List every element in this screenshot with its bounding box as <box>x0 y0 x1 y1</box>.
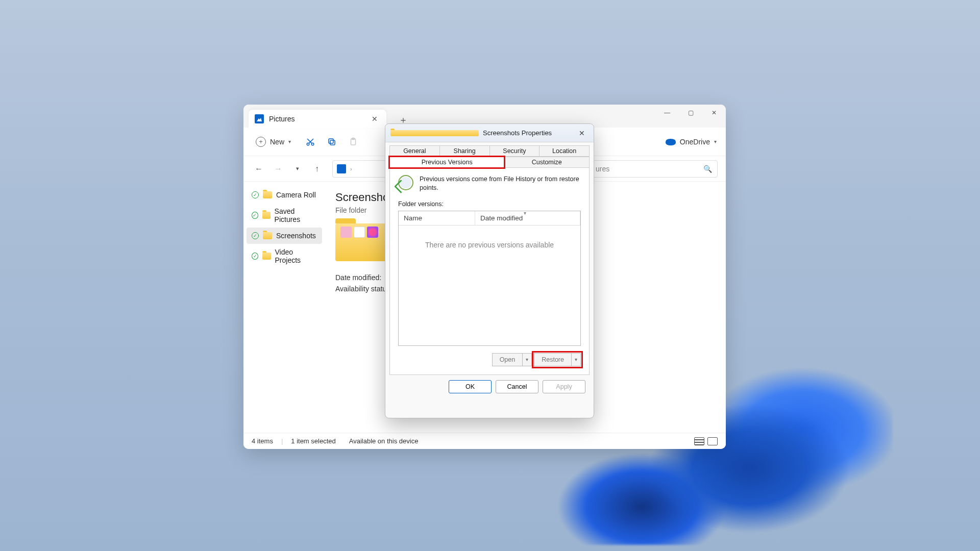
versions-listbox[interactable]: ▾ Name Date modified There are no previo… <box>398 211 581 346</box>
sidebar-item-label: Video Projects <box>275 248 317 264</box>
restore-split-button[interactable]: Restore <box>534 353 581 366</box>
dialog-titlebar[interactable]: Screenshots Properties ✕ <box>385 124 594 142</box>
sort-indicator-icon: ▾ <box>524 210 526 216</box>
minimize-button[interactable]: — <box>655 105 679 121</box>
properties-dialog: Screenshots Properties ✕ General Sharing… <box>385 123 594 418</box>
thumb <box>354 227 365 238</box>
forward-button[interactable]: → <box>271 162 285 176</box>
list-header: Name Date modified <box>399 211 580 226</box>
folder-icon <box>263 191 272 198</box>
new-label: New <box>270 138 284 146</box>
window-close-button[interactable]: ✕ <box>702 105 726 121</box>
empty-message: There are no previous versions available <box>399 226 580 345</box>
onedrive-label: OneDrive <box>680 138 710 146</box>
sidebar-item-label: Screenshots <box>276 232 316 240</box>
sidebar-item-saved-pictures[interactable]: ✓ Saved Pictures <box>243 203 325 228</box>
search-icon: 🔍 <box>703 165 712 173</box>
restore-button[interactable]: Restore <box>534 353 572 366</box>
apply-button[interactable]: Apply <box>543 380 585 393</box>
tab-previous-versions[interactable]: Previous Versions <box>389 157 504 168</box>
thumb <box>340 227 352 238</box>
window-tab-pictures[interactable]: Pictures ✕ <box>249 110 386 128</box>
tab-panel-previous-versions: Previous versions come from File History… <box>389 168 590 375</box>
open-button[interactable]: Open <box>492 353 523 366</box>
onedrive-button[interactable]: OneDrive ▾ <box>666 138 717 146</box>
ok-button[interactable]: OK <box>449 380 492 393</box>
status-selected: 1 item selected <box>291 437 335 445</box>
folder-thumbnail <box>335 223 386 261</box>
sync-check-icon: ✓ <box>252 232 259 239</box>
sidebar: ✓ Camera Roll ✓ Saved Pictures ✓ Screens… <box>243 182 325 433</box>
tab-sharing[interactable]: Sharing <box>439 145 490 157</box>
status-items: 4 items <box>252 437 273 445</box>
folder-icon <box>262 253 271 260</box>
dialog-close-button[interactable]: ✕ <box>575 128 589 139</box>
tab-security[interactable]: Security <box>489 145 540 157</box>
recent-dropdown[interactable]: ▾ <box>290 162 305 176</box>
back-button[interactable]: ← <box>252 162 266 176</box>
open-split-button[interactable]: Open <box>492 353 532 366</box>
history-clock-icon <box>398 175 413 190</box>
up-button[interactable]: ↑ <box>310 162 324 176</box>
view-grid-button[interactable] <box>707 437 718 445</box>
sidebar-item-camera-roll[interactable]: ✓ Camera Roll <box>243 187 325 203</box>
statusbar: 4 items | 1 item selected Available on t… <box>243 433 726 449</box>
svg-rect-2 <box>330 140 335 145</box>
new-button[interactable]: + New ▾ <box>253 135 294 149</box>
search-input[interactable]: ures 🔍 <box>590 160 718 178</box>
column-date[interactable]: Date modified <box>475 211 580 225</box>
folder-icon <box>390 130 479 136</box>
dialog-title: Screenshots Properties <box>483 129 571 137</box>
sync-check-icon: ✓ <box>252 212 258 219</box>
column-name[interactable]: Name <box>399 211 475 225</box>
view-list-button[interactable] <box>694 437 704 445</box>
tab-general[interactable]: General <box>389 145 440 157</box>
breadcrumb-separator: › <box>350 166 352 172</box>
tab-location[interactable]: Location <box>539 145 590 157</box>
svg-point-1 <box>311 143 314 145</box>
sidebar-item-screenshots[interactable]: ✓ Screenshots <box>247 228 322 244</box>
sync-check-icon: ✓ <box>252 253 258 260</box>
sidebar-item-label: Saved Pictures <box>275 207 317 223</box>
cancel-button[interactable]: Cancel <box>496 380 538 393</box>
tab-close-button[interactable]: ✕ <box>369 113 380 124</box>
previous-versions-description: Previous versions come from File History… <box>420 175 581 192</box>
cut-icon[interactable] <box>305 137 315 147</box>
sidebar-item-video-projects[interactable]: ✓ Video Projects <box>243 244 325 268</box>
folder-icon <box>263 232 272 239</box>
sync-check-icon: ✓ <box>252 191 259 198</box>
chevron-down-icon: ▾ <box>288 139 291 144</box>
status-availability: Available on this device <box>349 437 419 445</box>
tab-title: Pictures <box>269 115 364 123</box>
paste-icon[interactable] <box>348 137 358 147</box>
chevron-down-icon: ▾ <box>714 139 717 144</box>
folder-versions-label: Folder versions: <box>398 201 581 208</box>
copy-icon[interactable] <box>327 137 337 147</box>
svg-rect-3 <box>329 139 333 143</box>
search-placeholder: ures <box>596 165 703 173</box>
thumb <box>367 227 378 238</box>
pictures-icon <box>255 114 264 123</box>
folder-icon <box>262 212 271 219</box>
tab-customize[interactable]: Customize <box>504 157 590 168</box>
pictures-icon <box>337 164 346 173</box>
sidebar-item-label: Camera Roll <box>276 191 316 199</box>
maximize-button[interactable]: ▢ <box>679 105 702 121</box>
plus-icon: + <box>256 137 266 147</box>
restore-dropdown-arrow[interactable] <box>572 353 581 366</box>
svg-point-0 <box>307 143 309 145</box>
cloud-icon <box>666 138 676 145</box>
open-dropdown-arrow[interactable] <box>523 353 532 366</box>
